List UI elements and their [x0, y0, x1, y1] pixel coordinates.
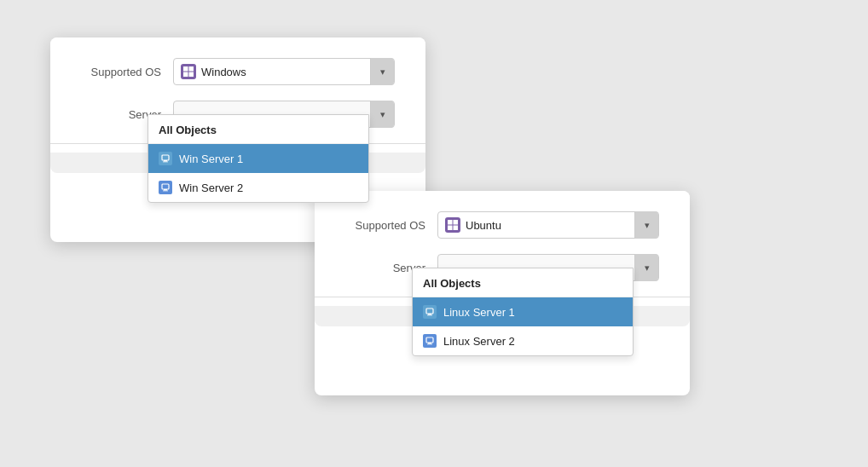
win2-icon: [159, 181, 172, 194]
dropdown-item-win1[interactable]: Win Server 1: [148, 144, 368, 173]
svg-rect-0: [183, 66, 188, 72]
dropdown-header-front: All Objects: [413, 268, 633, 297]
svg-rect-11: [454, 220, 459, 225]
svg-rect-5: [164, 160, 167, 162]
svg-rect-12: [448, 226, 453, 231]
svg-rect-18: [428, 343, 431, 344]
dropdown-item-linux1[interactable]: Linux Server 1: [413, 297, 633, 326]
svg-rect-3: [189, 72, 194, 78]
svg-rect-7: [162, 184, 169, 189]
os-select-front[interactable]: Ubuntu ▾: [437, 211, 659, 239]
dropdown-item-win2[interactable]: Win Server 2: [148, 173, 368, 202]
os-arrow-front[interactable]: ▾: [634, 211, 658, 239]
windows-icon: [181, 64, 196, 79]
dropdown-header-back: All Objects: [148, 115, 368, 144]
linux1-label: Linux Server 1: [443, 306, 515, 319]
svg-rect-8: [164, 189, 167, 191]
win2-label: Win Server 2: [179, 182, 243, 194]
dropdown-item-linux2[interactable]: Linux Server 2: [413, 326, 633, 355]
svg-rect-4: [162, 155, 169, 160]
win1-icon: [159, 152, 172, 165]
linux2-label: Linux Server 2: [443, 335, 515, 348]
svg-rect-10: [448, 220, 453, 225]
svg-rect-16: [427, 315, 432, 316]
svg-rect-13: [454, 226, 459, 231]
svg-rect-1: [189, 66, 194, 72]
svg-rect-6: [163, 162, 168, 163]
supported-os-label-back: Supported OS: [76, 66, 161, 78]
supported-os-label-front: Supported OS: [340, 219, 425, 232]
os-arrow-back[interactable]: ▾: [370, 58, 394, 85]
os-select-back[interactable]: Windows ▾: [173, 58, 395, 85]
panel-ubuntu: Supported OS Ubuntu ▾: [315, 191, 690, 395]
dropdown-back: All Objects Win Server 1: [148, 114, 369, 203]
supported-os-row-front: Supported OS Ubuntu ▾: [340, 211, 664, 239]
win1-label: Win Server 1: [179, 153, 243, 165]
linux2-icon: [423, 334, 437, 348]
linux1-icon: [423, 305, 437, 319]
os-value-back: Windows: [201, 66, 246, 78]
supported-os-row-back: Supported OS Windows ▾: [76, 58, 400, 85]
os-value-front: Ubuntu: [466, 219, 501, 232]
svg-rect-14: [426, 308, 433, 314]
svg-rect-2: [183, 72, 188, 78]
ubuntu-icon: [445, 217, 460, 233]
svg-rect-15: [428, 314, 431, 315]
dropdown-front: All Objects Linux Server 1: [412, 268, 634, 356]
svg-rect-17: [426, 337, 433, 343]
svg-rect-19: [427, 344, 432, 345]
svg-rect-9: [163, 191, 168, 192]
server-arrow-back[interactable]: ▾: [370, 101, 394, 128]
server-arrow-front[interactable]: ▾: [634, 254, 658, 281]
